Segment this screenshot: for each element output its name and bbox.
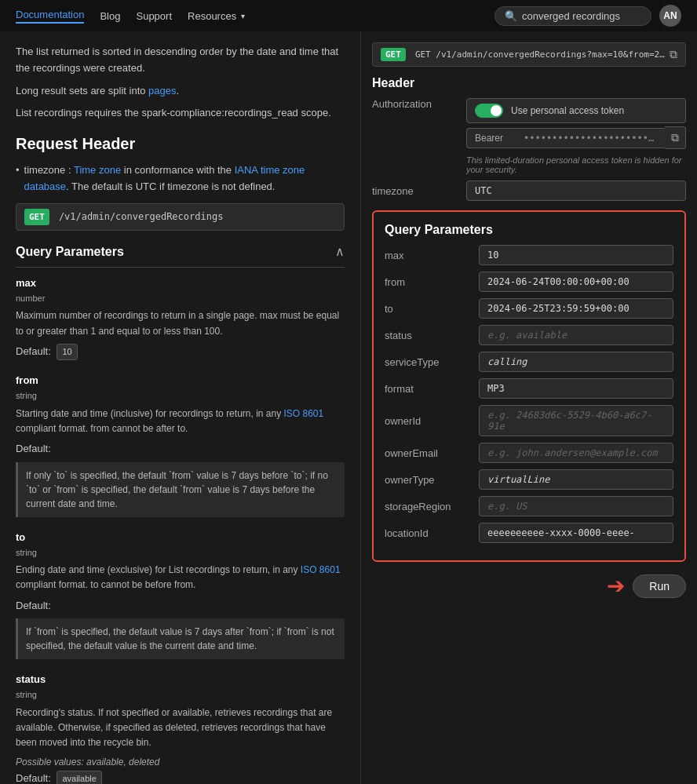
param-status-default: Default: available: [16, 771, 345, 784]
field-row-format: format MP3: [385, 378, 673, 399]
url-text: GET /v1/admin/convergedRecordings?max=10…: [415, 49, 665, 60]
field-row-storageregion: storageRegion e.g. US: [385, 496, 673, 516]
param-status-possible: Possible values: available, deleted: [16, 755, 345, 770]
param-status-name: status: [16, 673, 46, 685]
field-label-locationid: locationId: [385, 527, 471, 539]
timezone-label: timezone: [372, 185, 458, 197]
intro-line-2: Long result sets are split into pages.: [16, 83, 345, 100]
query-params-title: Query Parameters: [16, 242, 124, 262]
nav-blog[interactable]: Blog: [100, 10, 120, 22]
request-header-title: Request Header: [16, 131, 345, 156]
run-button[interactable]: Run: [633, 574, 686, 598]
max-default-value: 10: [57, 344, 77, 361]
toggle-label: Use personal access token: [511, 105, 624, 116]
bearer-row: Bearer •••••••••••••••••••••••••••• ⧉: [466, 126, 686, 149]
field-label-owneremail: ownerEmail: [385, 447, 471, 459]
field-row-from: from 2024-06-24T00:00:00+00:00: [385, 272, 673, 292]
run-arrow-icon: ➔: [607, 573, 625, 599]
token-note: This limited-duration personal access to…: [466, 155, 686, 174]
search-box[interactable]: 🔍 converged recordings: [494, 6, 651, 26]
header-section: Header Authorization Use personal access…: [372, 76, 686, 201]
field-value-servicetype[interactable]: calling: [479, 352, 673, 372]
status-default-value: available: [57, 771, 101, 784]
collapse-icon[interactable]: ∧: [335, 242, 345, 262]
run-area: ➔ Run: [372, 573, 686, 599]
param-from-desc: Starting date and time (inclusive) for r…: [16, 407, 345, 436]
endpoint-text: /v1/admin/convergedRecordings: [59, 210, 224, 224]
field-value-storageregion[interactable]: e.g. US: [479, 496, 673, 516]
field-row-ownerid: ownerId e.g. 24683d6c-5529-4b60-a6c7-91e: [385, 405, 673, 436]
field-label-servicetype: serviceType: [385, 356, 471, 368]
param-status-type: string: [16, 688, 345, 702]
pages-link[interactable]: pages: [148, 85, 176, 97]
iso8601-link-from[interactable]: ISO 8601: [284, 408, 324, 419]
param-to-infobox: If `from` is specified, the default valu…: [16, 618, 345, 659]
param-to: to string Ending date and time (exclusiv…: [16, 530, 345, 660]
field-row-max: max 10: [385, 245, 673, 265]
iso8601-link-to[interactable]: ISO 8601: [301, 564, 341, 575]
header-bullet-1: timezone : Time zone in conformance with…: [16, 162, 345, 195]
param-max-type: number: [16, 292, 345, 306]
nav-documentation[interactable]: Documentation: [16, 9, 84, 24]
avatar[interactable]: AN: [659, 5, 681, 27]
url-get-badge: GET: [381, 48, 406, 61]
main-layout: The list returned is sorted in descendin…: [0, 31, 697, 784]
nav-links: Documentation Blog Support Resources ▾: [16, 9, 245, 24]
param-max: max number Maximum number of recordings …: [16, 275, 345, 360]
field-label-status: status: [385, 330, 471, 341]
field-row-ownertype: ownerType virtualLine: [385, 469, 673, 490]
bearer-prefix: Bearer: [466, 128, 517, 148]
param-status: status string Recording's status. If not…: [16, 672, 345, 784]
field-row-servicetype: serviceType calling: [385, 352, 673, 372]
personal-access-token-toggle[interactable]: [475, 104, 503, 118]
query-params-section-header: Query Parameters ∧: [16, 242, 345, 268]
search-icon: 🔍: [505, 10, 517, 22]
url-bar: GET GET /v1/admin/convergedRecordings?ma…: [372, 42, 686, 67]
right-panel: GET GET /v1/admin/convergedRecordings?ma…: [361, 31, 697, 784]
param-from-default: Default:: [16, 441, 345, 458]
field-value-locationid[interactable]: eeeeeeeeee-xxxx-0000-eeee-: [479, 523, 673, 543]
param-from-type: string: [16, 389, 345, 403]
query-params-box: Query Parameters max 10 from 2024-06-24T…: [372, 210, 686, 562]
timezone-link[interactable]: Time zone: [74, 164, 121, 176]
param-to-default: Default:: [16, 598, 345, 614]
param-max-default: Default: 10: [16, 344, 345, 361]
search-area: 🔍 converged recordings AN: [494, 5, 681, 27]
field-value-from[interactable]: 2024-06-24T00:00:00+00:00: [479, 272, 673, 292]
get-badge: GET: [24, 209, 49, 226]
field-value-ownertype[interactable]: virtualLine: [479, 469, 673, 490]
authorization-row: Authorization Use personal access token: [372, 98, 686, 123]
field-label-max: max: [385, 250, 471, 261]
timezone-value[interactable]: UTC: [466, 181, 686, 201]
param-to-name: to: [16, 531, 25, 543]
field-value-to[interactable]: 2024-06-25T23:59:59+00:00: [479, 298, 673, 319]
intro-line-1: The list returned is sorted in descendin…: [16, 44, 345, 77]
field-value-status[interactable]: e.g. available: [479, 325, 673, 345]
field-value-max[interactable]: 10: [479, 245, 673, 265]
iana-link[interactable]: IANA time zone database: [24, 164, 305, 192]
nav-support[interactable]: Support: [136, 10, 172, 22]
field-row-locationid: locationId eeeeeeeeee-xxxx-0000-eeee-: [385, 523, 673, 543]
field-label-format: format: [385, 383, 471, 395]
field-label-ownertype: ownerType: [385, 474, 471, 486]
param-max-name: max: [16, 277, 36, 289]
param-to-type: string: [16, 546, 345, 560]
chevron-down-icon: ▾: [241, 12, 245, 20]
param-from-name: from: [16, 374, 38, 386]
param-status-desc: Recording's status. If not specified or …: [16, 706, 345, 751]
field-row-status: status e.g. available: [385, 325, 673, 345]
copy-url-icon[interactable]: ⧉: [670, 48, 677, 61]
field-value-ownerid[interactable]: e.g. 24683d6c-5529-4b60-a6c7-91e: [479, 405, 673, 436]
nav-resources[interactable]: Resources ▾: [188, 10, 245, 22]
param-max-desc: Maximum number of recordings to return i…: [16, 308, 345, 338]
field-label-from: from: [385, 276, 471, 288]
field-label-storageregion: storageRegion: [385, 501, 471, 512]
bearer-copy-icon[interactable]: ⧉: [665, 126, 686, 149]
timezone-row: timezone UTC: [372, 181, 686, 201]
search-text: converged recordings: [522, 10, 620, 22]
field-value-owneremail[interactable]: e.g. john.andersen@example.com: [479, 443, 673, 463]
intro-line-3: List recordings requires the spark-compl…: [16, 105, 345, 122]
field-value-format[interactable]: MP3: [479, 378, 673, 399]
left-panel: The list returned is sorted in descendin…: [0, 31, 361, 784]
param-from-infobox: If only `to` is specified, the default `…: [16, 462, 345, 517]
